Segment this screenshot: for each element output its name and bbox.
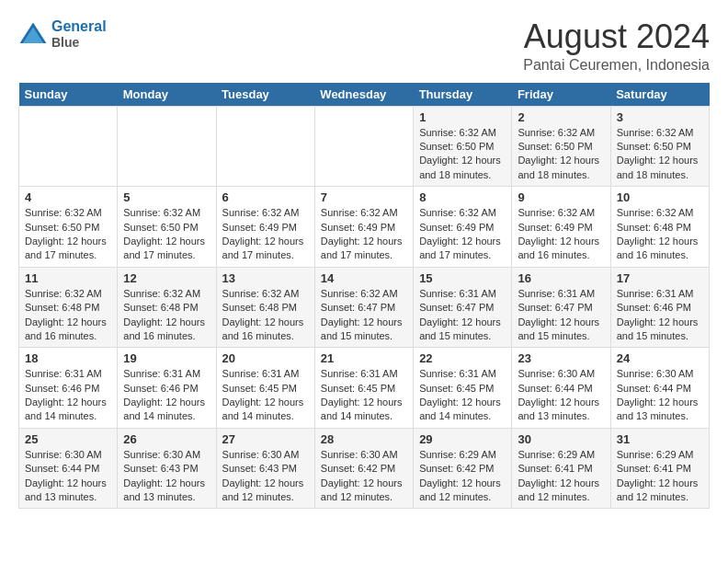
day-number: 11 (25, 271, 111, 285)
calendar-cell: 21Sunrise: 6:31 AM Sunset: 6:45 PM Dayli… (314, 348, 413, 429)
calendar-week-4: 18Sunrise: 6:31 AM Sunset: 6:46 PM Dayli… (19, 348, 710, 429)
day-number: 21 (321, 351, 407, 365)
calendar-cell: 2Sunrise: 6:32 AM Sunset: 6:50 PM Daylig… (512, 106, 610, 187)
day-detail: Sunrise: 6:29 AM Sunset: 6:42 PM Dayligh… (419, 448, 506, 505)
calendar-week-1: 1Sunrise: 6:32 AM Sunset: 6:50 PM Daylig… (19, 106, 710, 187)
day-detail: Sunrise: 6:32 AM Sunset: 6:50 PM Dayligh… (25, 206, 111, 263)
day-detail: Sunrise: 6:32 AM Sunset: 6:50 PM Dayligh… (617, 126, 703, 183)
day-number: 2 (518, 110, 604, 124)
calendar-cell: 3Sunrise: 6:32 AM Sunset: 6:50 PM Daylig… (610, 106, 709, 187)
calendar-cell (118, 106, 216, 187)
day-number: 30 (518, 432, 604, 446)
day-detail: Sunrise: 6:31 AM Sunset: 6:46 PM Dayligh… (617, 287, 703, 344)
calendar-cell: 4Sunrise: 6:32 AM Sunset: 6:50 PM Daylig… (19, 187, 118, 268)
calendar-cell: 10Sunrise: 6:32 AM Sunset: 6:48 PM Dayli… (610, 187, 709, 268)
day-header-friday: Friday (512, 83, 610, 107)
day-detail: Sunrise: 6:32 AM Sunset: 6:48 PM Dayligh… (617, 206, 703, 263)
day-number: 8 (419, 190, 506, 204)
day-number: 26 (123, 432, 210, 446)
day-number: 28 (321, 432, 407, 446)
calendar-cell (19, 106, 118, 187)
day-number: 23 (518, 351, 604, 365)
day-number: 14 (321, 271, 407, 285)
logo: General Blue (18, 18, 107, 50)
calendar-cell: 23Sunrise: 6:30 AM Sunset: 6:44 PM Dayli… (512, 348, 610, 429)
day-detail: Sunrise: 6:31 AM Sunset: 6:45 PM Dayligh… (321, 367, 407, 424)
day-number: 12 (123, 271, 210, 285)
calendar-cell: 26Sunrise: 6:30 AM Sunset: 6:43 PM Dayli… (118, 428, 216, 509)
calendar-cell: 29Sunrise: 6:29 AM Sunset: 6:42 PM Dayli… (414, 428, 512, 509)
calendar-cell: 19Sunrise: 6:31 AM Sunset: 6:46 PM Dayli… (118, 348, 216, 429)
calendar-title: August 2024 (523, 18, 710, 55)
logo-text: General Blue (51, 18, 107, 50)
day-detail: Sunrise: 6:32 AM Sunset: 6:50 PM Dayligh… (518, 126, 604, 183)
day-number: 4 (25, 190, 111, 204)
day-detail: Sunrise: 6:32 AM Sunset: 6:48 PM Dayligh… (222, 287, 309, 344)
calendar-cell: 13Sunrise: 6:32 AM Sunset: 6:48 PM Dayli… (216, 267, 314, 348)
calendar-cell: 1Sunrise: 6:32 AM Sunset: 6:50 PM Daylig… (414, 106, 512, 187)
day-header-sunday: Sunday (19, 83, 118, 107)
day-detail: Sunrise: 6:32 AM Sunset: 6:47 PM Dayligh… (321, 287, 407, 344)
day-number: 20 (222, 351, 309, 365)
page-header: General Blue August 2024 Pantai Ceuremen… (18, 18, 710, 74)
calendar-cell: 8Sunrise: 6:32 AM Sunset: 6:49 PM Daylig… (414, 187, 512, 268)
day-detail: Sunrise: 6:32 AM Sunset: 6:50 PM Dayligh… (419, 126, 506, 183)
day-header-thursday: Thursday (414, 83, 512, 107)
day-detail: Sunrise: 6:30 AM Sunset: 6:43 PM Dayligh… (222, 448, 309, 505)
day-number: 17 (617, 271, 703, 285)
day-number: 27 (222, 432, 309, 446)
day-detail: Sunrise: 6:31 AM Sunset: 6:45 PM Dayligh… (419, 367, 506, 424)
day-detail: Sunrise: 6:31 AM Sunset: 6:47 PM Dayligh… (419, 287, 506, 344)
day-number: 9 (518, 190, 604, 204)
day-header-monday: Monday (118, 83, 216, 107)
day-detail: Sunrise: 6:31 AM Sunset: 6:46 PM Dayligh… (123, 367, 210, 424)
day-detail: Sunrise: 6:30 AM Sunset: 6:44 PM Dayligh… (25, 448, 111, 505)
calendar-cell: 28Sunrise: 6:30 AM Sunset: 6:42 PM Dayli… (314, 428, 413, 509)
day-number: 22 (419, 351, 506, 365)
calendar-cell: 6Sunrise: 6:32 AM Sunset: 6:49 PM Daylig… (216, 187, 314, 268)
calendar-cell: 20Sunrise: 6:31 AM Sunset: 6:45 PM Dayli… (216, 348, 314, 429)
calendar-cell (314, 106, 413, 187)
day-detail: Sunrise: 6:31 AM Sunset: 6:46 PM Dayligh… (25, 367, 111, 424)
day-number: 5 (123, 190, 210, 204)
day-number: 19 (123, 351, 210, 365)
day-number: 6 (222, 190, 309, 204)
calendar-cell: 7Sunrise: 6:32 AM Sunset: 6:49 PM Daylig… (314, 187, 413, 268)
day-number: 24 (617, 351, 703, 365)
calendar-cell: 25Sunrise: 6:30 AM Sunset: 6:44 PM Dayli… (19, 428, 118, 509)
calendar-cell: 11Sunrise: 6:32 AM Sunset: 6:48 PM Dayli… (19, 267, 118, 348)
calendar-cell: 27Sunrise: 6:30 AM Sunset: 6:43 PM Dayli… (216, 428, 314, 509)
day-number: 29 (419, 432, 506, 446)
day-detail: Sunrise: 6:32 AM Sunset: 6:49 PM Dayligh… (518, 206, 604, 263)
day-header-tuesday: Tuesday (216, 83, 314, 107)
day-number: 15 (419, 271, 506, 285)
day-detail: Sunrise: 6:29 AM Sunset: 6:41 PM Dayligh… (518, 448, 604, 505)
calendar-cell: 24Sunrise: 6:30 AM Sunset: 6:44 PM Dayli… (610, 348, 709, 429)
day-detail: Sunrise: 6:32 AM Sunset: 6:50 PM Dayligh… (123, 206, 210, 263)
title-block: August 2024 Pantai Ceuremen, Indonesia (523, 18, 710, 74)
day-number: 7 (321, 190, 407, 204)
day-detail: Sunrise: 6:32 AM Sunset: 6:48 PM Dayligh… (25, 287, 111, 344)
logo-icon (18, 21, 48, 47)
calendar-cell: 30Sunrise: 6:29 AM Sunset: 6:41 PM Dayli… (512, 428, 610, 509)
day-number: 10 (617, 190, 703, 204)
day-detail: Sunrise: 6:31 AM Sunset: 6:45 PM Dayligh… (222, 367, 309, 424)
day-number: 25 (25, 432, 111, 446)
day-detail: Sunrise: 6:32 AM Sunset: 6:49 PM Dayligh… (419, 206, 506, 263)
calendar-cell: 14Sunrise: 6:32 AM Sunset: 6:47 PM Dayli… (314, 267, 413, 348)
calendar-cell: 18Sunrise: 6:31 AM Sunset: 6:46 PM Dayli… (19, 348, 118, 429)
day-detail: Sunrise: 6:31 AM Sunset: 6:47 PM Dayligh… (518, 287, 604, 344)
calendar-cell: 15Sunrise: 6:31 AM Sunset: 6:47 PM Dayli… (414, 267, 512, 348)
calendar-week-2: 4Sunrise: 6:32 AM Sunset: 6:50 PM Daylig… (19, 187, 710, 268)
calendar-cell: 5Sunrise: 6:32 AM Sunset: 6:50 PM Daylig… (118, 187, 216, 268)
day-detail: Sunrise: 6:32 AM Sunset: 6:48 PM Dayligh… (123, 287, 210, 344)
day-detail: Sunrise: 6:30 AM Sunset: 6:44 PM Dayligh… (617, 367, 703, 424)
calendar-cell: 9Sunrise: 6:32 AM Sunset: 6:49 PM Daylig… (512, 187, 610, 268)
day-detail: Sunrise: 6:30 AM Sunset: 6:42 PM Dayligh… (321, 448, 407, 505)
day-header-saturday: Saturday (610, 83, 709, 107)
calendar-table: SundayMondayTuesdayWednesdayThursdayFrid… (18, 83, 710, 510)
day-detail: Sunrise: 6:29 AM Sunset: 6:41 PM Dayligh… (617, 448, 703, 505)
calendar-week-3: 11Sunrise: 6:32 AM Sunset: 6:48 PM Dayli… (19, 267, 710, 348)
day-detail: Sunrise: 6:30 AM Sunset: 6:43 PM Dayligh… (123, 448, 210, 505)
calendar-cell: 16Sunrise: 6:31 AM Sunset: 6:47 PM Dayli… (512, 267, 610, 348)
